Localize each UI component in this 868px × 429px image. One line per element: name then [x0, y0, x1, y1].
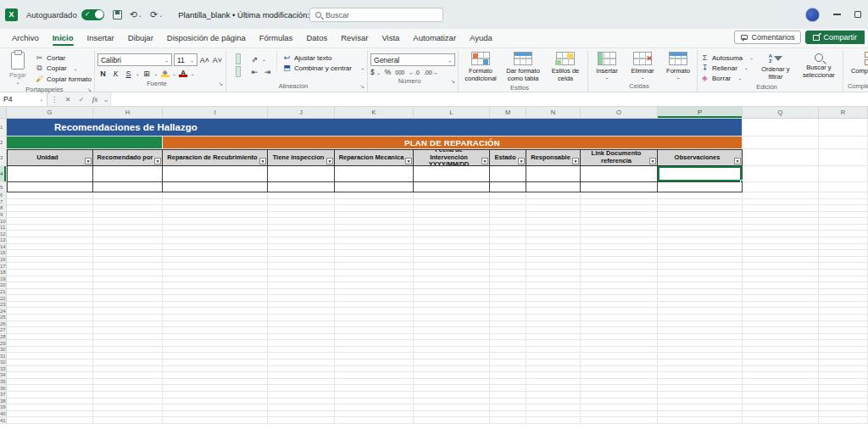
delete-cells-button[interactable]: Eliminar ⌄ — [626, 51, 659, 80]
cell-R31[interactable] — [819, 353, 868, 359]
cell-J30[interactable] — [268, 347, 335, 354]
cell-J41[interactable] — [268, 417, 335, 424]
cell-P7[interactable] — [658, 199, 743, 206]
cell-N6[interactable] — [526, 192, 581, 199]
cell-Q27[interactable] — [743, 327, 819, 334]
cell-H24[interactable] — [93, 308, 163, 315]
cell-I38[interactable] — [163, 398, 268, 405]
cell-L30[interactable] — [414, 347, 490, 354]
cell-N11[interactable] — [526, 225, 581, 231]
cell-Q15[interactable] — [743, 250, 819, 257]
tab-ayuda[interactable]: Ayuda — [463, 30, 499, 47]
column-header-L[interactable]: L — [414, 107, 490, 118]
autosum-button[interactable]: ΣAutosuma ⌄ — [700, 53, 754, 62]
filter-dropdown-icon[interactable]: ▾ — [481, 158, 488, 164]
cell-O14[interactable] — [581, 244, 658, 251]
cell-O6[interactable] — [581, 192, 658, 199]
cell-Q[interactable] — [743, 149, 819, 166]
cell-H27[interactable] — [93, 327, 163, 334]
excel-app-icon[interactable]: X — [5, 8, 18, 21]
cell-I26[interactable] — [163, 321, 268, 328]
row-header-28[interactable]: 28 — [0, 334, 6, 341]
cell-K14[interactable] — [335, 244, 414, 251]
cell-R7[interactable] — [819, 199, 868, 206]
cell-H15[interactable] — [93, 250, 163, 257]
cell-G8[interactable] — [7, 205, 93, 212]
cell-L19[interactable] — [414, 276, 490, 283]
cell-P39[interactable] — [658, 404, 743, 411]
row-header-1[interactable]: 1 — [0, 119, 6, 136]
green-banner[interactable] — [7, 136, 163, 149]
row-header-3[interactable]: 3 — [0, 149, 6, 166]
cell-K33[interactable] — [335, 366, 414, 373]
cell-O33[interactable] — [581, 366, 658, 373]
cell-O28[interactable] — [581, 334, 658, 341]
cell-K12[interactable] — [335, 231, 414, 237]
cell-J37[interactable] — [268, 392, 335, 398]
cell-Q[interactable] — [743, 166, 819, 182]
minimize-icon[interactable] — [833, 14, 841, 15]
save-icon[interactable] — [113, 10, 122, 20]
autosave-toggle-switch[interactable]: ✓ — [81, 9, 104, 20]
cell-P9[interactable] — [658, 212, 743, 219]
cell-J12[interactable] — [268, 231, 335, 237]
addins-button[interactable]: Complementos — [846, 51, 868, 75]
cell-P40[interactable] — [658, 411, 743, 418]
copy-button[interactable]: ⧉Copiar ⌄ — [35, 64, 92, 73]
cell-P18[interactable] — [658, 270, 743, 276]
cell-R32[interactable] — [819, 359, 868, 366]
cell-N22[interactable] — [526, 295, 581, 302]
cell-J23[interactable] — [268, 302, 335, 309]
cell-I41[interactable] — [163, 417, 268, 424]
cell-K32[interactable] — [335, 359, 414, 366]
filter-dropdown-icon[interactable]: ▾ — [518, 158, 525, 164]
cell-O21[interactable] — [581, 289, 658, 296]
cell-L33[interactable] — [414, 366, 490, 373]
cell-H32[interactable] — [93, 359, 163, 366]
cell-H23[interactable] — [93, 302, 163, 309]
cell-R21[interactable] — [819, 289, 868, 296]
cell-L7[interactable] — [414, 199, 490, 206]
cell-L36[interactable] — [414, 385, 490, 392]
cell-M40[interactable] — [490, 411, 526, 418]
cell-H31[interactable] — [93, 353, 163, 359]
cell-O10[interactable] — [581, 218, 658, 225]
cell-L32[interactable] — [414, 359, 490, 366]
cell-O39[interactable] — [581, 404, 658, 411]
cell-G32[interactable] — [7, 359, 93, 366]
cell-P21[interactable] — [658, 289, 743, 296]
cell-N9[interactable] — [526, 212, 581, 219]
cell-N13[interactable] — [526, 237, 581, 244]
cell-L21[interactable] — [414, 289, 490, 296]
cell-R29[interactable] — [819, 340, 868, 347]
cell-Q35[interactable] — [743, 379, 819, 386]
row-header-2[interactable]: 2 — [0, 136, 6, 149]
column-header-P[interactable]: P — [658, 107, 743, 118]
cell-K34[interactable] — [335, 372, 414, 379]
cell-L29[interactable] — [414, 340, 490, 347]
cell-J11[interactable] — [268, 225, 335, 231]
row-header-24[interactable]: 24 — [0, 308, 6, 315]
cell-K37[interactable] — [335, 392, 414, 398]
row-header-31[interactable]: 31 — [0, 353, 6, 359]
table-header-K[interactable]: Reparacion Mecanica▾ — [335, 149, 414, 166]
cell-R[interactable] — [819, 136, 868, 149]
cell-N33[interactable] — [526, 366, 581, 373]
cell-Q6[interactable] — [743, 192, 819, 199]
cell-R23[interactable] — [819, 302, 868, 309]
cell-O20[interactable] — [581, 282, 658, 289]
cell-L27[interactable] — [414, 327, 490, 334]
align-left-button[interactable] — [229, 66, 234, 76]
cell-Q34[interactable] — [743, 372, 819, 379]
dialog-launcher-icon[interactable]: ↘ — [218, 81, 222, 87]
cell-Q7[interactable] — [743, 199, 819, 206]
column-header-H[interactable]: H — [93, 107, 163, 118]
row-header-7[interactable]: 7 — [0, 199, 6, 206]
cell-R11[interactable] — [819, 225, 868, 231]
align-center-button[interactable] — [236, 66, 241, 76]
cell-O38[interactable] — [581, 398, 658, 405]
cell-I18[interactable] — [163, 270, 268, 276]
cell-R15[interactable] — [819, 250, 868, 257]
cell-O23[interactable] — [581, 302, 658, 309]
chevron-down-icon[interactable]: ⌄ — [102, 92, 110, 106]
